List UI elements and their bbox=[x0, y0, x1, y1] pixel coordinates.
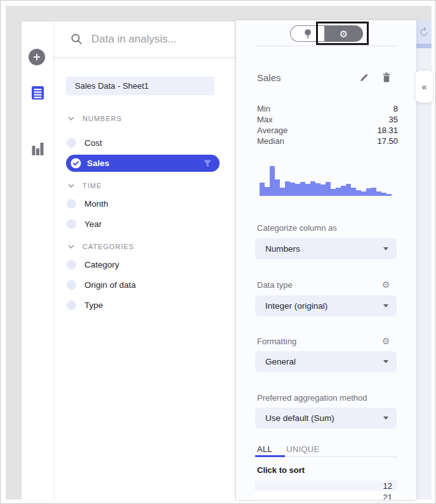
data-table-icon bbox=[31, 86, 44, 100]
column-label: Year bbox=[84, 219, 102, 229]
data-type-select[interactable]: Integer (original) bbox=[255, 295, 397, 316]
column-item-category[interactable]: Category bbox=[53, 255, 235, 273]
column-header: Sales bbox=[257, 71, 397, 84]
plus-icon bbox=[32, 53, 41, 61]
column-bullet bbox=[67, 260, 76, 269]
click-to-sort-header[interactable]: Click to sort bbox=[257, 464, 305, 475]
add-data-button[interactable] bbox=[29, 49, 45, 65]
delete-column-button[interactable] bbox=[380, 71, 393, 84]
lightbulb-icon bbox=[303, 29, 312, 39]
column-bullet bbox=[67, 138, 76, 148]
histogram-bar bbox=[280, 188, 285, 196]
collapse-panel-button[interactable]: « bbox=[416, 70, 433, 103]
column-label: Origin of data bbox=[84, 280, 136, 290]
section-header-numbers[interactable]: NUMBERS bbox=[53, 112, 235, 125]
formatting-select[interactable]: General bbox=[255, 351, 397, 372]
column-bullet bbox=[67, 219, 76, 229]
section-header-categories[interactable]: CATEGORIES bbox=[53, 240, 235, 253]
stat-label: Max bbox=[257, 115, 273, 124]
stat-value: 8 bbox=[393, 104, 398, 113]
data-source-chip[interactable]: Sales Data - Sheet1 bbox=[66, 77, 215, 95]
select-value: Numbers bbox=[265, 244, 300, 254]
field-label-aggregation: Preferred aggregation method bbox=[257, 392, 367, 403]
filter-funnel-icon[interactable] bbox=[203, 159, 212, 168]
chevron-down-icon bbox=[68, 245, 74, 249]
column-item-type[interactable]: Type bbox=[53, 296, 235, 314]
annotation-highlight-box bbox=[316, 22, 369, 45]
stat-value: 18.31 bbox=[377, 126, 398, 135]
select-value: Use default (Sum) bbox=[265, 413, 334, 423]
section-header-time[interactable]: TIME bbox=[53, 179, 235, 192]
active-tab-underline bbox=[255, 455, 285, 457]
histogram-bar bbox=[331, 189, 336, 196]
histogram-bar bbox=[270, 166, 275, 196]
collapse-chevrons-icon: « bbox=[422, 82, 427, 92]
select-value: Integer (original) bbox=[265, 301, 327, 311]
histogram-bar bbox=[310, 181, 315, 196]
column-item-month[interactable]: Month bbox=[53, 195, 235, 212]
stat-value: 35 bbox=[389, 115, 398, 124]
stat-row: Min 8 bbox=[257, 103, 398, 114]
caret-down-icon bbox=[383, 360, 388, 363]
histogram-bar bbox=[320, 184, 326, 196]
column-item-sales-selected[interactable]: Sales bbox=[66, 155, 220, 172]
column-bullet bbox=[67, 300, 76, 310]
stat-row: Average 18.31 bbox=[257, 125, 398, 136]
histogram-bar bbox=[260, 183, 265, 196]
bar-chart-icon bbox=[31, 141, 44, 156]
left-icon-rail bbox=[22, 22, 53, 500]
value-row: 21 bbox=[255, 492, 397, 500]
search-input[interactable] bbox=[91, 33, 212, 46]
select-value: General bbox=[265, 357, 296, 366]
histogram-bar bbox=[361, 191, 366, 196]
histogram-bar bbox=[290, 183, 295, 196]
histogram-bar bbox=[275, 179, 280, 196]
histogram-bar bbox=[371, 188, 376, 196]
categorize-column-select[interactable]: Numbers bbox=[255, 238, 397, 259]
tab-unique[interactable]: UNIQUE bbox=[286, 444, 319, 454]
edit-column-button[interactable] bbox=[357, 71, 370, 84]
chevron-down-icon bbox=[68, 184, 74, 188]
column-label: Type bbox=[84, 300, 103, 310]
values-tabs: ALL UNIQUE bbox=[257, 443, 319, 455]
stat-label: Min bbox=[257, 104, 270, 113]
histogram-bar bbox=[265, 187, 270, 196]
page-background-right bbox=[416, 48, 432, 500]
aggregation-select[interactable]: Use default (Sum) bbox=[255, 408, 397, 429]
pencil-icon bbox=[359, 73, 369, 82]
column-title: Sales bbox=[257, 72, 281, 83]
column-label: Month bbox=[84, 199, 109, 209]
tab-all[interactable]: ALL bbox=[257, 444, 272, 454]
histogram-bar bbox=[305, 184, 310, 196]
column-label: Sales bbox=[87, 158, 109, 168]
search-bar bbox=[53, 22, 235, 58]
refresh-icon[interactable] bbox=[418, 26, 430, 39]
chevron-down-icon bbox=[68, 117, 74, 120]
check-circle-icon bbox=[70, 158, 81, 169]
stat-value: 17.50 bbox=[377, 136, 398, 146]
section-label: NUMBERS bbox=[83, 115, 122, 122]
histogram-bar bbox=[366, 188, 371, 196]
column-statistics: Min 8 Max 35 Average 18.31 Median 17.50 bbox=[257, 103, 398, 146]
histogram-bar bbox=[346, 184, 351, 196]
search-icon bbox=[70, 33, 83, 46]
histogram-bar bbox=[326, 182, 331, 196]
data-in-analysis-tab[interactable] bbox=[30, 85, 45, 100]
column-item-year[interactable]: Year bbox=[53, 215, 235, 233]
column-item-cost[interactable]: Cost bbox=[53, 134, 235, 152]
formatting-settings-gear-icon[interactable]: ⚙ bbox=[381, 336, 391, 346]
histogram-bar bbox=[295, 184, 300, 196]
stat-label: Median bbox=[257, 136, 284, 146]
stat-row: Max 35 bbox=[257, 114, 398, 125]
column-item-origin-of-data[interactable]: Origin of data bbox=[53, 276, 235, 294]
stat-row: Median 17.50 bbox=[257, 136, 398, 146]
caret-down-icon bbox=[383, 304, 388, 307]
visualization-types-tab[interactable] bbox=[30, 141, 45, 156]
section-label: TIME bbox=[83, 182, 102, 190]
histogram bbox=[260, 166, 392, 196]
column-details-panel: ⚙ Sales Min 8 Max 35 Average bbox=[236, 20, 416, 500]
column-bullet bbox=[67, 199, 76, 209]
data-type-settings-gear-icon[interactable]: ⚙ bbox=[381, 280, 391, 290]
column-label: Cost bbox=[84, 138, 102, 148]
histogram-bar bbox=[336, 188, 341, 196]
